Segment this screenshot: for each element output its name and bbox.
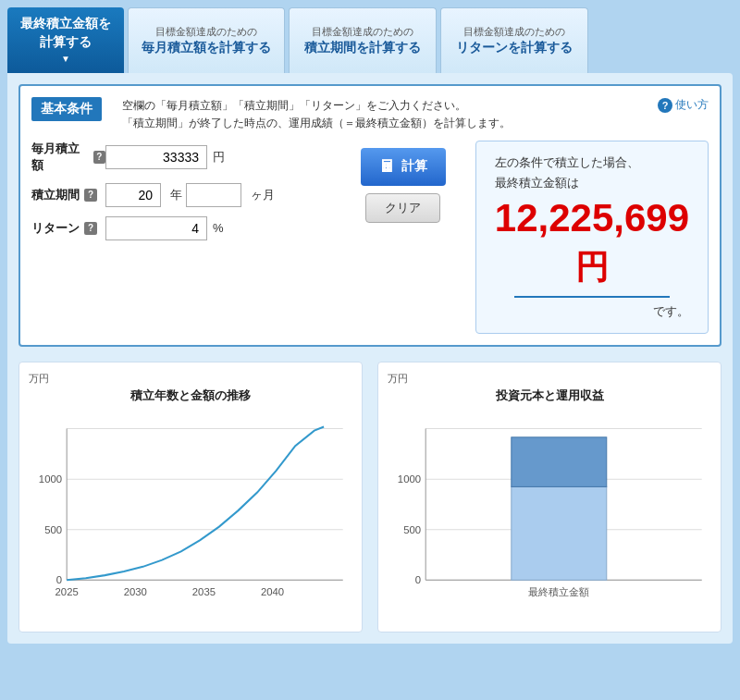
period-year-unit: 年 — [170, 187, 182, 203]
monthly-input[interactable] — [105, 145, 207, 169]
chart1-unit: 万円 — [29, 372, 352, 386]
period-inputs: 年 ヶ月 — [105, 183, 275, 207]
clear-button[interactable]: クリア — [365, 193, 440, 223]
conditions-desc-line1: 空欄の「毎月積立額」「積立期間」「リターン」をご入力ください。 — [122, 97, 658, 114]
result-desu: です。 — [495, 303, 689, 320]
period-question-icon[interactable]: ? — [84, 189, 97, 202]
earnings-bar — [512, 437, 607, 487]
result-amount: 12,225,699 — [495, 197, 689, 239]
calculator-icon: 🖩 — [379, 157, 396, 177]
svg-text:500: 500 — [44, 524, 62, 535]
calculate-button[interactable]: 🖩 計算 — [361, 148, 446, 186]
tab-period[interactable]: 目標金額達成のための 積立期間を計算する — [289, 7, 437, 73]
header-tabs: 最終積立金額を 計算する ▼ 目標金額達成のための 毎月積立額を計算する 目標金… — [0, 0, 740, 73]
help-icon: ? — [658, 98, 672, 113]
tab-active-arrow: ▼ — [61, 53, 70, 66]
svg-text:0: 0 — [415, 575, 421, 586]
principal-bar — [512, 487, 607, 581]
monthly-label: 毎月積立額 ? — [31, 141, 105, 174]
chart1-svg: 0 500 1000 2025 2030 2035 2040 — [29, 410, 352, 619]
tab2-main: 毎月積立額を計算する — [142, 39, 271, 57]
period-month-input[interactable] — [186, 183, 241, 207]
period-label: 積立期間 ? — [31, 187, 105, 203]
svg-text:2040: 2040 — [261, 586, 284, 597]
return-input[interactable] — [105, 216, 207, 240]
chart1-box: 万円 積立年数と金額の推移 0 500 1000 2025 2030 2035 … — [18, 362, 363, 632]
tab4-sub: 目標金額達成のための — [463, 25, 565, 39]
period-year-input[interactable] — [105, 183, 161, 207]
result-desc: 左の条件で積立した場合、 — [495, 154, 689, 171]
conditions-desc-line2: 「積立期間」が終了した時点の、運用成績（＝最終積立金額）を計算します。 — [122, 115, 658, 131]
chart2-title: 投資元本と運用収益 — [388, 387, 711, 404]
result-divider — [514, 296, 670, 298]
tab2-sub: 目標金額達成のための — [155, 25, 257, 39]
button-area: 🖩 計算 クリア — [346, 148, 461, 223]
calc-button-label: 計算 — [401, 158, 427, 175]
result-yen: 円 — [495, 245, 689, 290]
chart2-svg: 0 500 1000 最終積立金額 — [388, 410, 711, 619]
main-area: 基本条件 空欄の「毎月積立額」「積立期間」「リターン」をご入力ください。 「積立… — [7, 73, 733, 643]
form-result-area: 毎月積立額 ? 円 積立期間 ? 年 ヶ月 — [31, 141, 709, 334]
conditions-desc: 空欄の「毎月積立額」「積立期間」「リターン」をご入力ください。 「積立期間」が終… — [122, 97, 658, 131]
tab3-main: 積立期間を計算する — [304, 39, 421, 57]
charts-area: 万円 積立年数と金額の推移 0 500 1000 2025 2030 2035 … — [18, 362, 722, 632]
tab4-main: リターンを計算する — [456, 39, 573, 57]
tab-return[interactable]: 目標金額達成のための リターンを計算する — [440, 7, 588, 73]
clear-button-label: クリア — [385, 201, 421, 215]
svg-text:2030: 2030 — [124, 586, 147, 597]
help-link[interactable]: ? 使い方 — [658, 97, 709, 113]
tab-active-line2: 計算する — [40, 33, 92, 52]
monthly-unit: 円 — [213, 149, 225, 166]
return-row: リターン ? % — [31, 216, 331, 240]
tab-active-line1: 最終積立金額を — [20, 15, 111, 33]
help-label: 使い方 — [675, 97, 709, 113]
svg-text:0: 0 — [56, 575, 62, 586]
conditions-box: 基本条件 空欄の「毎月積立額」「積立期間」「リターン」をご入力ください。 「積立… — [18, 84, 722, 347]
svg-text:1000: 1000 — [39, 473, 62, 485]
conditions-header: 基本条件 空欄の「毎月積立額」「積立期間」「リターン」をご入力ください。 「積立… — [31, 97, 709, 131]
result-box: 左の条件で積立した場合、 最終積立金額は 12,225,699 円 です。 — [475, 141, 709, 334]
svg-text:500: 500 — [403, 524, 421, 535]
svg-text:2025: 2025 — [56, 586, 79, 597]
svg-text:最終積立金額: 最終積立金額 — [528, 586, 589, 597]
chart1-title: 積立年数と金額の推移 — [29, 387, 352, 404]
monthly-row: 毎月積立額 ? 円 — [31, 141, 331, 174]
tab3-sub: 目標金額達成のための — [312, 25, 413, 39]
conditions-title: 基本条件 — [31, 97, 102, 121]
return-unit: % — [213, 221, 224, 235]
return-label: リターン ? — [31, 220, 105, 237]
svg-text:2035: 2035 — [192, 586, 216, 597]
period-month-unit: ヶ月 — [251, 187, 275, 203]
result-desc2: 最終積立金額は — [495, 175, 689, 191]
return-question-icon[interactable]: ? — [84, 222, 97, 235]
svg-text:1000: 1000 — [398, 473, 421, 485]
period-row: 積立期間 ? 年 ヶ月 — [31, 183, 331, 207]
monthly-question-icon[interactable]: ? — [93, 151, 105, 164]
chart2-unit: 万円 — [388, 372, 711, 386]
chart2-box: 万円 投資元本と運用収益 0 500 1000 — [377, 362, 722, 632]
tab-final-amount[interactable]: 最終積立金額を 計算する ▼ — [7, 7, 124, 73]
form-area: 毎月積立額 ? 円 積立期間 ? 年 ヶ月 — [31, 141, 331, 250]
tab-monthly-amount[interactable]: 目標金額達成のための 毎月積立額を計算する — [128, 7, 285, 73]
